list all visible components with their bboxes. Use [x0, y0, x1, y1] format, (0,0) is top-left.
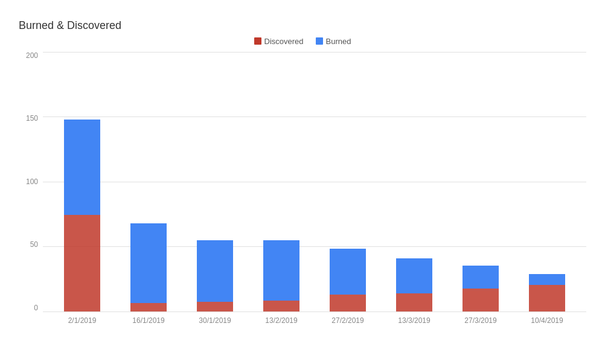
- bar-stack: [64, 120, 100, 311]
- y-axis-label: 0: [34, 304, 38, 311]
- x-axis-label: 13/2/2019: [257, 311, 306, 330]
- bar-burned: [330, 249, 366, 295]
- y-axis: 200150100500: [19, 52, 43, 311]
- x-axis-label: 10/4/2019: [523, 311, 571, 330]
- x-axis-labels: 2/1/201916/1/201930/1/201913/2/201927/2/…: [43, 311, 586, 330]
- bar-stack: [197, 240, 233, 311]
- bar-group: [58, 120, 106, 311]
- chart-container: Burned & Discovered Discovered Burned 20…: [7, 7, 598, 357]
- bar-discovered: [64, 215, 100, 311]
- chart-area: 200150100500 2/1/201916/1/201930/1/20191…: [19, 52, 586, 330]
- bar-discovered: [130, 303, 167, 311]
- bar-burned: [396, 258, 432, 293]
- x-axis-label: 2/1/2019: [58, 311, 106, 330]
- bar-discovered: [463, 289, 499, 311]
- burned-color-swatch: [316, 37, 323, 45]
- x-axis-label: 30/1/2019: [191, 311, 239, 330]
- y-axis-label: 200: [26, 52, 38, 59]
- chart-title: Burned & Discovered: [19, 19, 586, 32]
- discovered-color-swatch: [254, 37, 261, 45]
- bar-burned: [263, 240, 299, 301]
- legend-discovered-label: Discovered: [264, 37, 304, 46]
- legend-burned-label: Burned: [326, 37, 351, 46]
- bar-group: [191, 240, 239, 311]
- x-axis-label: 27/3/2019: [456, 311, 505, 330]
- y-axis-label: 150: [26, 115, 38, 122]
- bar-stack: [263, 240, 299, 311]
- bar-burned: [130, 223, 167, 303]
- bar-stack: [330, 249, 366, 311]
- bar-discovered: [330, 295, 366, 311]
- bar-group: [456, 266, 505, 311]
- bar-discovered: [197, 302, 233, 311]
- legend-item-burned: Burned: [316, 37, 351, 46]
- x-axis-label: 27/2/2019: [324, 311, 372, 330]
- bar-burned: [463, 266, 499, 289]
- grid-and-bars: [43, 52, 586, 311]
- bar-discovered: [396, 293, 432, 311]
- bar-discovered: [529, 285, 565, 311]
- bar-group: [257, 240, 306, 311]
- bar-group: [124, 223, 173, 311]
- bar-group: [324, 249, 372, 311]
- bar-stack: [463, 266, 499, 311]
- bar-stack: [130, 223, 167, 311]
- y-axis-label: 100: [26, 178, 38, 185]
- y-axis-label: 50: [30, 241, 38, 248]
- bar-burned: [197, 240, 233, 302]
- bar-discovered: [263, 301, 299, 311]
- legend-item-discovered: Discovered: [254, 37, 304, 46]
- bars-row: [43, 52, 586, 311]
- bar-group: [523, 274, 571, 311]
- bar-burned: [64, 120, 100, 215]
- bar-burned: [529, 274, 565, 285]
- bar-group: [390, 258, 438, 311]
- x-axis-label: 13/3/2019: [390, 311, 438, 330]
- bar-stack: [396, 258, 432, 311]
- bar-stack: [529, 274, 565, 311]
- chart-legend: Discovered Burned: [19, 37, 586, 46]
- x-axis-label: 16/1/2019: [124, 311, 173, 330]
